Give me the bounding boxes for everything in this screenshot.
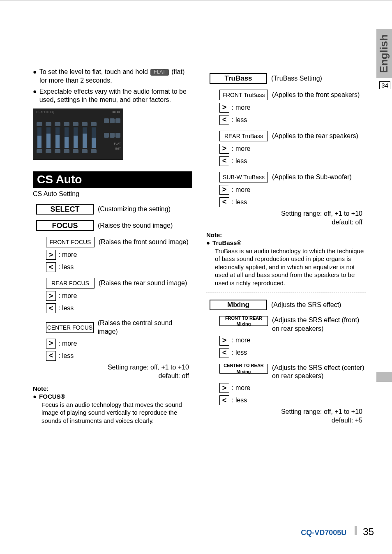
footer-bar-icon [355, 526, 357, 535]
more-label: : more [232, 186, 250, 194]
bullet-icon: ● [206, 239, 210, 287]
mixing-range: Setting range: off, +1 to +10 [206, 408, 366, 416]
bullet-icon: ● [33, 392, 37, 425]
subw-trubass-button[interactable]: SUB-W TruBass [219, 172, 268, 182]
note-heading: TruBass® [212, 239, 241, 246]
trubass-note: Note: ● TruBass® TruBass is an audio tec… [206, 231, 366, 287]
focus-default: default: off [33, 372, 192, 381]
less-arrow-icon[interactable]: < [219, 348, 229, 358]
less-label: : less [232, 396, 247, 405]
rear-trubass-button[interactable]: REAR TruBass [219, 131, 268, 141]
trubass-range: Setting range: off, +1 to +10 [206, 210, 366, 218]
less-label: : less [232, 157, 247, 166]
language-tab: English [376, 29, 392, 78]
bullet-effects: ● Expectable effects vary with the audio… [33, 88, 192, 105]
less-label: : less [232, 116, 247, 125]
flat-button-graphic: FLAT [150, 69, 168, 76]
front-focus-button[interactable]: FRONT FOCUS [46, 237, 95, 247]
cs-auto-subtitle: CS Auto Setting [33, 190, 192, 199]
page-reference-box: 34 [379, 81, 390, 89]
eq-screenshot-image: GRAPHIC EQ■■ ■■ FLAT INIT [33, 108, 123, 160]
center-to-rear-mixing-button[interactable]: CENTER TO REAR Mixing [219, 364, 268, 374]
side-gray-marker [376, 372, 392, 382]
center-focus-button[interactable]: CENTER FOCUS [46, 322, 94, 333]
rear-focus-desc: (Raises the rear sound image) [99, 279, 187, 288]
front-trubass-desc: (Applies to the front speakers) [272, 91, 360, 99]
more-label: : more [232, 145, 250, 153]
note-title: Note: [206, 231, 366, 239]
language-tab-label: English [378, 34, 391, 73]
less-label: : less [58, 352, 74, 360]
trubass-button[interactable]: TruBass [210, 73, 267, 84]
bullet-icon: ● [33, 68, 37, 85]
more-label: : more [58, 339, 77, 348]
bullet-effects-text: Expectable effects vary with the audio f… [39, 88, 192, 105]
front-to-rear-mixing-desc: (Adjusts the SRS effect (front) on rear … [272, 316, 359, 333]
front-trubass-button[interactable]: FRONT TruBass [219, 90, 268, 100]
more-arrow-icon[interactable]: > [219, 383, 229, 393]
front-focus-desc: (Raises the front sound image) [99, 238, 189, 247]
more-label: : more [232, 336, 250, 345]
more-label: : more [232, 384, 250, 392]
more-arrow-icon[interactable]: > [219, 144, 229, 154]
more-label: : more [232, 104, 250, 112]
mixing-desc: (Adjusts the SRS effect) [271, 301, 341, 309]
model-number: CQ-VD7005U [301, 529, 346, 537]
focus-desc: (Raises the sound image) [98, 222, 173, 230]
center-to-rear-mixing-desc: (Adjusts the SRS effect (center) on rear… [272, 364, 364, 381]
note-heading: FOCUS® [39, 393, 65, 400]
front-to-rear-mixing-button[interactable]: FRONT TO REAR Mixing [219, 316, 268, 326]
focus-button[interactable]: FOCUS [36, 220, 94, 231]
less-arrow-icon[interactable]: < [46, 262, 56, 272]
select-desc: (Customizing the setting) [98, 205, 171, 214]
more-label: : more [58, 251, 77, 259]
less-arrow-icon[interactable]: < [219, 156, 229, 166]
focus-range: Setting range: off, +1 to +10 [33, 363, 192, 372]
more-label: : more [58, 292, 77, 300]
less-label: : less [232, 198, 247, 207]
less-arrow-icon[interactable]: < [219, 197, 229, 207]
note-body: Focus is an audio technology that moves … [42, 401, 192, 425]
focus-note: Note: ● FOCUS® Focus is an audio technol… [33, 385, 192, 425]
less-arrow-icon[interactable]: < [46, 351, 56, 361]
less-arrow-icon[interactable]: < [219, 115, 229, 125]
rear-trubass-desc: (Applies to the rear speakers) [272, 132, 358, 141]
more-arrow-icon[interactable]: > [219, 103, 229, 113]
less-label: : less [58, 263, 74, 272]
bullet-icon: ● [33, 88, 37, 105]
cs-auto-header: CS Auto [33, 171, 192, 188]
more-arrow-icon[interactable]: > [46, 339, 56, 349]
less-label: : less [58, 304, 74, 313]
select-button[interactable]: SELECT [36, 204, 94, 215]
less-arrow-icon[interactable]: < [46, 303, 56, 313]
more-arrow-icon[interactable]: > [219, 336, 229, 346]
bullet-flat: ● To set the level to flat, touch and ho… [33, 68, 192, 85]
page-footer: CQ-VD7005U 35 [301, 526, 374, 538]
more-arrow-icon[interactable]: > [46, 291, 56, 301]
mixing-default: default: +5 [206, 416, 366, 425]
page-number: 35 [363, 526, 374, 538]
subw-trubass-desc: (Applies to the Sub-woofer) [272, 173, 352, 182]
more-arrow-icon[interactable]: > [46, 250, 56, 260]
more-arrow-icon[interactable]: > [219, 185, 229, 195]
note-body: TruBass is an audio technology to which … [215, 247, 366, 287]
less-arrow-icon[interactable]: < [219, 395, 229, 405]
page-reference-number: 34 [381, 82, 388, 89]
trubass-desc: (TruBass Setting) [271, 74, 322, 83]
note-title: Note: [33, 385, 192, 393]
trubass-default: default: off [206, 218, 366, 227]
center-focus-desc: (Raises the central sound image) [98, 319, 192, 336]
less-label: : less [232, 349, 247, 357]
rear-focus-button[interactable]: REAR FOCUS [46, 278, 95, 289]
mixing-button[interactable]: Mixing [210, 300, 267, 310]
bullet-flat-text-a: To set the level to flat, touch and hold [39, 68, 148, 75]
